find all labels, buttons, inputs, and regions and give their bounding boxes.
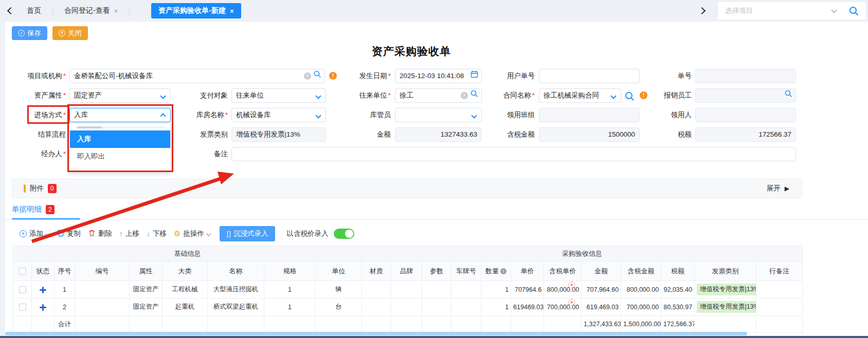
cell-brand[interactable] bbox=[391, 298, 422, 316]
cell-qty[interactable]: 1 bbox=[481, 298, 511, 316]
cell-line-remark[interactable] bbox=[756, 281, 803, 298]
cell-category[interactable]: 工程机械 bbox=[162, 281, 208, 298]
cell-code[interactable] bbox=[75, 298, 130, 316]
calendar-icon[interactable] bbox=[471, 69, 478, 83]
cell-tax[interactable]: 92,035.40 bbox=[661, 281, 695, 298]
date-field[interactable]: 2025-12-03 10:41:08 bbox=[395, 69, 482, 83]
move-up-button[interactable]: ↑ 上移 bbox=[119, 229, 139, 238]
keeper-select[interactable] bbox=[395, 108, 482, 122]
cell-category[interactable]: 起重机 bbox=[162, 298, 208, 316]
cell-tax-price[interactable]: 800,000.00 bbox=[544, 281, 582, 298]
label-recv-person: 领用人 bbox=[638, 108, 692, 122]
col-category: 大类 bbox=[162, 261, 208, 281]
clear-icon[interactable] bbox=[304, 72, 311, 80]
total-tax: 172,566.37 bbox=[661, 316, 695, 333]
immersive-entry-button[interactable]: [ ] 沉浸式录入 bbox=[220, 226, 276, 241]
close-button[interactable]: ✕ 关闭 bbox=[52, 26, 88, 40]
cell-unit[interactable]: 辆 bbox=[316, 281, 362, 298]
cell-invoice-type[interactable]: 增值税专用发票|13% bbox=[695, 281, 756, 298]
cell-brand[interactable] bbox=[391, 281, 422, 298]
attachments-bar[interactable]: 附件 0 展开 ▶ bbox=[12, 179, 802, 198]
select-all-checkbox[interactable] bbox=[19, 268, 26, 275]
user-no-field[interactable] bbox=[539, 69, 640, 83]
cell-tax-price[interactable]: 700,000.00 bbox=[544, 298, 582, 316]
cell-param[interactable] bbox=[422, 298, 451, 316]
tab-separator bbox=[129, 6, 130, 15]
save-button[interactable]: ✓ 保存 bbox=[12, 26, 47, 40]
project-field[interactable]: 金桥装配公司-机械设备库 bbox=[69, 69, 325, 83]
cell-spec[interactable]: 1 bbox=[264, 281, 316, 298]
cell-seq[interactable]: 2 bbox=[55, 298, 75, 316]
clear-icon[interactable] bbox=[461, 92, 468, 99]
add-row-icon[interactable] bbox=[40, 287, 46, 293]
cell-price[interactable]: 707964.6 bbox=[511, 281, 544, 298]
move-down-button[interactable]: ↓ 下移 bbox=[147, 229, 167, 238]
cell-qty[interactable]: 1 bbox=[481, 281, 511, 298]
expand-button[interactable]: 展开 ▶ bbox=[767, 184, 789, 193]
tab-detail-lines[interactable]: 单据明细 2 bbox=[12, 204, 55, 214]
tax-entry-toggle[interactable] bbox=[334, 229, 354, 239]
cell-tax-amount[interactable]: 700,000.00 bbox=[621, 298, 661, 316]
cell-seq[interactable]: 1 bbox=[55, 281, 75, 298]
cell-param[interactable] bbox=[422, 281, 451, 298]
search-icon[interactable] bbox=[848, 6, 859, 18]
remark-field[interactable] bbox=[231, 147, 796, 161]
project-select[interactable]: 选择项目 bbox=[718, 2, 866, 20]
cell-price[interactable]: 619469.03 bbox=[511, 298, 544, 316]
search-icon[interactable] bbox=[313, 69, 321, 83]
tab-contract-view[interactable]: 合同登记-查看 × bbox=[64, 6, 118, 15]
warehouse-select[interactable]: 机械设备库 bbox=[231, 108, 326, 122]
copy-button[interactable]: 复制 bbox=[57, 229, 81, 238]
row-checkbox[interactable] bbox=[19, 304, 26, 311]
search-icon[interactable] bbox=[470, 89, 478, 102]
cell-material[interactable] bbox=[362, 281, 391, 298]
col-name: 名称 bbox=[208, 261, 264, 281]
delete-button[interactable]: 删除 bbox=[88, 229, 112, 238]
cell-amount[interactable]: 707,964.60 bbox=[582, 281, 621, 298]
dropdown-option-in-stock[interactable]: 入库 bbox=[70, 130, 170, 148]
nav-forward-icon[interactable] bbox=[698, 7, 706, 14]
batch-ops-button[interactable]: ⚙ 批操作 bbox=[174, 229, 210, 238]
add-row-icon[interactable] bbox=[40, 304, 46, 311]
cell-name[interactable]: 桥式双梁起重机 bbox=[208, 298, 264, 316]
tab-home[interactable]: 首页 bbox=[27, 6, 41, 15]
col-brand: 品牌 bbox=[391, 261, 422, 281]
label-keeper: 库管员 bbox=[334, 108, 391, 122]
section-marker-icon bbox=[24, 184, 26, 193]
dropdown-scrollbar[interactable] bbox=[75, 126, 165, 128]
partner-field[interactable]: 徐工 bbox=[395, 88, 482, 103]
tab-close-icon[interactable]: × bbox=[230, 7, 234, 15]
dropdown-option-in-out[interactable]: 即入即出 bbox=[70, 148, 170, 165]
cell-material[interactable] bbox=[362, 298, 391, 316]
search-icon[interactable] bbox=[784, 89, 792, 102]
horizontal-scrollbar[interactable] bbox=[5, 332, 747, 335]
tax-incl-amount-field: 1500000 bbox=[539, 127, 640, 142]
cell-attr[interactable]: 固定资产 bbox=[130, 281, 162, 298]
invoice-type-value: 增值税专用发票|13% bbox=[236, 130, 300, 138]
row-checkbox[interactable] bbox=[19, 286, 26, 293]
pay-target-select[interactable]: 往来单位 bbox=[231, 88, 326, 103]
cell-code[interactable] bbox=[75, 281, 130, 298]
contract-select[interactable]: 徐工机械采购合同 bbox=[539, 88, 621, 103]
cell-line-remark[interactable] bbox=[756, 298, 803, 316]
tab-close-icon[interactable]: × bbox=[114, 7, 118, 15]
cell-name[interactable]: 大型液压挖掘机 bbox=[208, 281, 264, 298]
cell-plate[interactable] bbox=[451, 298, 481, 316]
cell-tax-amount[interactable]: 800,000.00 bbox=[621, 281, 661, 298]
cell-amount[interactable]: 619,469.03 bbox=[582, 298, 621, 316]
divider bbox=[5, 219, 868, 220]
add-button[interactable]: 添加 bbox=[20, 229, 49, 238]
cell-plate[interactable] bbox=[451, 281, 481, 298]
tab-asset-acceptance-new[interactable]: 资产采购验收单-新建 × bbox=[151, 3, 241, 18]
cell-spec[interactable]: 1 bbox=[264, 298, 316, 316]
asset-attr-select[interactable]: 固定资产 bbox=[69, 88, 171, 103]
contract-search-icon[interactable] bbox=[624, 91, 635, 103]
entry-mode-select[interactable]: 入库 bbox=[69, 108, 171, 122]
nav-back-icon[interactable] bbox=[7, 7, 14, 14]
cell-unit[interactable]: 台 bbox=[316, 298, 362, 316]
cell-attr[interactable]: 固定资产 bbox=[130, 298, 162, 316]
cell-invoice-type[interactable]: 增值税专用发票|13% bbox=[695, 298, 756, 316]
attachments-label: 附件 bbox=[30, 184, 44, 193]
tax-entry-label: 以含税价录入 bbox=[286, 229, 328, 238]
cell-tax[interactable]: 80,530.97 bbox=[661, 298, 695, 316]
